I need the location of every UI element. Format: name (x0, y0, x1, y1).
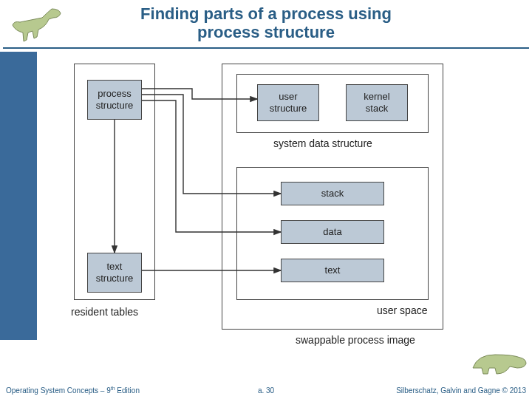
arrows-layer (44, 56, 480, 359)
slide-accent-sidebar (0, 52, 37, 340)
footer-right: Silberschatz, Galvin and Gagne © 2013 (396, 386, 526, 395)
footer: Operating System Concepts – 9th Edition … (0, 383, 532, 396)
slide-title-line2: process structure (0, 23, 532, 41)
slide-title: Finding parts of a process using process… (0, 4, 532, 42)
slide-title-line1: Finding parts of a process using (0, 4, 532, 23)
diagram: process structure text structure residen… (44, 56, 480, 359)
slide: Finding parts of a process using process… (0, 0, 532, 399)
title-underline (3, 47, 529, 49)
dinosaur-hadrosaur-icon (468, 350, 528, 377)
